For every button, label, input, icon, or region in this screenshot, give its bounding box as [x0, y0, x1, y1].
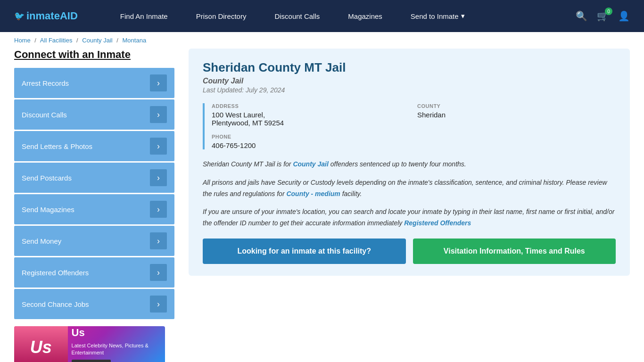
action-buttons: Looking for an inmate at this facility? …	[203, 239, 616, 264]
nav-discount-calls[interactable]: Discount Calls	[260, 12, 334, 20]
arrow-icon: ›	[150, 264, 167, 281]
sidebar-title: Connect with an Inmate	[14, 49, 174, 61]
ad-tagline: Latest Celebrity News, Pictures & Entert…	[72, 342, 161, 357]
sidebar-menu: Arrest Records › Discount Calls › Send L…	[14, 68, 174, 319]
sidebar-item-send-money[interactable]: Send Money ›	[14, 226, 174, 256]
sidebar-item-discount-calls[interactable]: Discount Calls ›	[14, 99, 174, 130]
county-medium-link[interactable]: County - medium	[286, 190, 340, 197]
address-line2: Plentywood, MT 59254	[212, 119, 410, 127]
nav-magazines[interactable]: Magazines	[334, 12, 396, 20]
desc-paragraph-2: All prisons and jails have Security or C…	[203, 177, 616, 200]
desc-paragraph-1: Sheridan County MT Jail is for County Ja…	[203, 159, 616, 170]
facility-description: Sheridan County MT Jail is for County Ja…	[203, 159, 616, 229]
breadcrumb-all-facilities[interactable]: All Facilities	[40, 37, 73, 44]
address-line1: 100 West Laurel,	[212, 111, 410, 119]
phone-section: PHONE 406-765-1200	[212, 134, 616, 149]
user-icon[interactable]: 👤	[618, 10, 630, 22]
sidebar-item-send-postcards[interactable]: Send Postcards ›	[14, 163, 174, 193]
arrow-icon: ›	[150, 138, 167, 155]
facility-title: Sheridan County MT Jail	[203, 60, 616, 75]
search-icon[interactable]: 🔍	[576, 10, 587, 22]
facility-info-grid: ADDRESS 100 West Laurel, Plentywood, MT …	[203, 103, 616, 149]
sidebar: Connect with an Inmate Arrest Records › …	[14, 49, 174, 362]
chevron-down-icon: ▾	[461, 12, 465, 20]
phone-label: PHONE	[212, 134, 616, 140]
logo-text: inmateAID	[26, 10, 78, 22]
nav-send-to-inmate[interactable]: Send to Inmate ▾	[396, 12, 479, 20]
ad-image: Us	[14, 326, 68, 362]
nav-find-inmate[interactable]: Find An Inmate	[106, 12, 182, 20]
sidebar-item-registered-offenders[interactable]: Registered Offenders ›	[14, 257, 174, 288]
arrow-icon: ›	[150, 232, 167, 249]
cart-badge: 0	[605, 8, 612, 15]
breadcrumb-state[interactable]: Montana	[123, 37, 147, 44]
logo-icon: 🐦	[14, 11, 25, 21]
arrow-icon: ›	[150, 169, 167, 186]
sidebar-item-send-magazines[interactable]: Send Magazines ›	[14, 194, 174, 224]
county-label: COUNTY	[417, 103, 616, 109]
cart-icon[interactable]: 🛒 0	[597, 10, 609, 22]
arrow-icon: ›	[150, 106, 167, 123]
advertisement: Us Us Latest Celebrity News, Pictures & …	[14, 326, 165, 362]
main-nav: Find An Inmate Prison Directory Discount…	[106, 12, 557, 20]
breadcrumb-county-jail[interactable]: County Jail	[82, 37, 112, 44]
visitation-info-button[interactable]: Visitation Information, Times and Rules	[413, 239, 616, 264]
facility-updated: Last Updated: July 29, 2024	[203, 86, 616, 94]
main-layout: Connect with an Inmate Arrest Records › …	[0, 49, 644, 362]
facility-card: Sheridan County MT Jail County Jail Last…	[189, 49, 630, 276]
address-label: ADDRESS	[212, 103, 410, 109]
content-area: Sheridan County MT Jail County Jail Last…	[189, 49, 630, 362]
sidebar-item-arrest-records[interactable]: Arrest Records ›	[14, 68, 174, 98]
county-section: COUNTY Sheridan	[417, 103, 616, 127]
sidebar-item-second-chance-jobs[interactable]: Second Chance Jobs ›	[14, 289, 174, 319]
looking-for-inmate-button[interactable]: Looking for an inmate at this facility?	[203, 239, 406, 264]
facility-type: County Jail	[203, 77, 616, 85]
registered-offenders-link[interactable]: Registered Offenders	[404, 219, 471, 227]
ad-logo: Us	[72, 326, 161, 340]
desc-paragraph-3: If you are unsure of your inmate's locat…	[203, 206, 616, 229]
phone-value: 406-765-1200	[212, 141, 616, 149]
site-logo[interactable]: 🐦 inmateAID	[14, 10, 78, 22]
arrow-icon: ›	[150, 296, 167, 313]
ad-content: Us Latest Celebrity News, Pictures & Ent…	[68, 326, 165, 362]
header-icons: 🔍 🛒 0 👤	[576, 10, 630, 22]
county-jail-link[interactable]: County Jail	[293, 160, 328, 168]
site-header: 🐦 inmateAID Find An Inmate Prison Direct…	[0, 0, 644, 32]
ad-subscribe-button[interactable]: Subscribe Now	[72, 360, 111, 362]
breadcrumb-home[interactable]: Home	[14, 37, 31, 44]
county-value: Sheridan	[417, 111, 616, 119]
address-section: ADDRESS 100 West Laurel, Plentywood, MT …	[212, 103, 410, 127]
breadcrumb: Home / All Facilities / County Jail / Mo…	[0, 32, 644, 49]
arrow-icon: ›	[150, 74, 167, 91]
nav-prison-directory[interactable]: Prison Directory	[182, 12, 261, 20]
arrow-icon: ›	[150, 201, 167, 218]
sidebar-item-send-letters-photos[interactable]: Send Letters & Photos ›	[14, 131, 174, 161]
